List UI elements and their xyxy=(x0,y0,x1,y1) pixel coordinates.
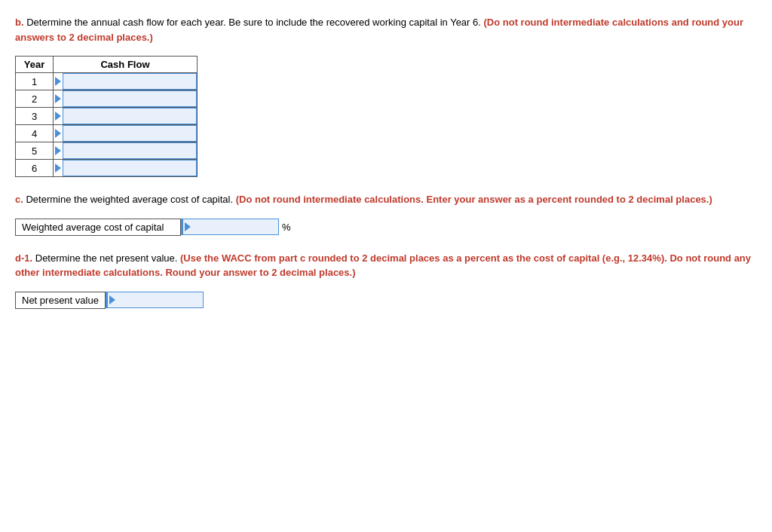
year-cell: 2 xyxy=(16,90,54,108)
table-row: 2 xyxy=(16,90,198,108)
cash-flow-table: Year Cash Flow 123456 xyxy=(15,56,198,177)
table-row: 3 xyxy=(16,108,198,125)
wacc-input-wrapper[interactable] xyxy=(181,219,279,235)
cash-flow-cell[interactable] xyxy=(54,90,198,108)
input-indicator-icon xyxy=(55,112,61,121)
section-c-label: c. xyxy=(15,194,23,205)
table-row: 6 xyxy=(16,160,198,177)
input-indicator-icon xyxy=(55,146,61,155)
input-indicator-icon xyxy=(55,129,61,138)
cash-flow-cell[interactable] xyxy=(54,142,198,160)
cash-flow-cell[interactable] xyxy=(54,73,198,90)
input-indicator-icon xyxy=(55,94,61,103)
section-b: b. Determine the annual cash flow for ea… xyxy=(15,15,757,177)
section-c-instruction: c. Determine the weighted average cost o… xyxy=(15,192,757,207)
npv-label: Net present value xyxy=(15,292,106,309)
section-c: c. Determine the weighted average cost o… xyxy=(15,192,757,236)
year-cell: 6 xyxy=(16,160,54,177)
cash-flow-cell[interactable] xyxy=(54,125,198,142)
cash-flow-input-year-6[interactable] xyxy=(63,160,197,176)
table-row: 4 xyxy=(16,125,198,142)
section-d1: d-1. Determine the net present value. (U… xyxy=(15,251,757,309)
section-b-label: b. xyxy=(15,17,24,28)
table-row: 5 xyxy=(16,142,198,160)
section-c-instruction-plain: Determine the weighted average cost of c… xyxy=(26,194,235,205)
table-row: 1 xyxy=(16,73,198,90)
year-cell: 4 xyxy=(16,125,54,142)
cash-flow-cell[interactable] xyxy=(54,160,198,177)
year-cell: 1 xyxy=(16,73,54,90)
section-b-instruction: b. Determine the annual cash flow for ea… xyxy=(15,15,757,44)
cash-flow-input-year-5[interactable] xyxy=(63,142,197,159)
wacc-input[interactable] xyxy=(192,219,278,234)
cash-flow-input-year-2[interactable] xyxy=(63,90,197,107)
table-header-row: Year Cash Flow xyxy=(16,57,198,73)
section-d1-instruction-plain: Determine the net present value. xyxy=(35,252,180,264)
year-header: Year xyxy=(16,57,54,73)
npv-input-indicator-icon xyxy=(109,295,115,304)
input-indicator-icon xyxy=(55,77,61,86)
cash-flow-header: Cash Flow xyxy=(54,57,198,73)
npv-input-wrapper[interactable] xyxy=(106,292,204,308)
section-c-instruction-bold: (Do not round intermediate calculations.… xyxy=(236,194,712,205)
wacc-row: Weighted average cost of capital % xyxy=(15,219,757,236)
input-indicator-icon xyxy=(55,164,61,173)
cash-flow-cell[interactable] xyxy=(54,108,198,125)
section-b-instruction-plain: Determine the annual cash flow for each … xyxy=(26,17,483,28)
year-cell: 3 xyxy=(16,108,54,125)
year-cell: 5 xyxy=(16,142,54,160)
section-d1-label: d-1. xyxy=(15,252,32,264)
npv-row: Net present value xyxy=(15,292,757,309)
percent-symbol: % xyxy=(282,222,291,233)
wacc-input-indicator-icon xyxy=(185,222,191,231)
section-d1-instruction: d-1. Determine the net present value. (U… xyxy=(15,251,757,280)
cash-flow-input-year-1[interactable] xyxy=(63,73,197,90)
wacc-label: Weighted average cost of capital xyxy=(15,219,181,236)
cash-flow-input-year-3[interactable] xyxy=(63,108,197,124)
npv-input[interactable] xyxy=(117,292,203,307)
cash-flow-input-year-4[interactable] xyxy=(63,125,197,142)
